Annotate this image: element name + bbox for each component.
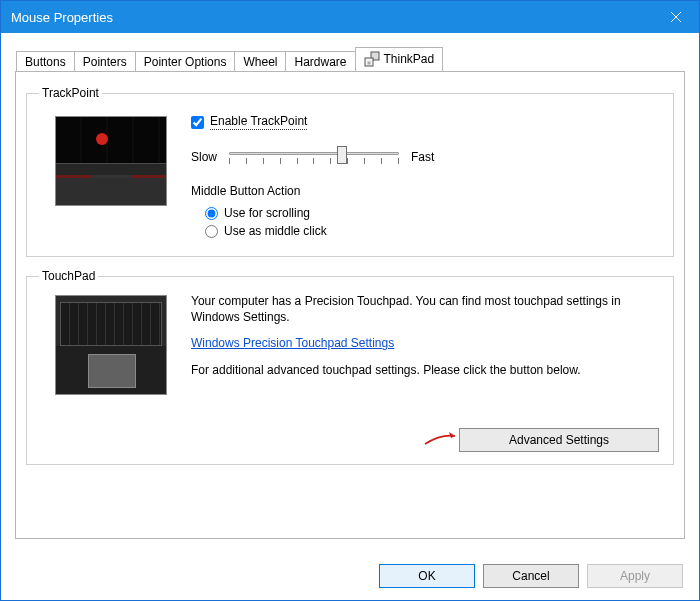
advanced-settings-button[interactable]: Advanced Settings bbox=[459, 428, 659, 452]
svg-rect-4 bbox=[367, 62, 370, 65]
close-button[interactable] bbox=[653, 1, 699, 33]
group-trackpoint-legend: TrackPoint bbox=[39, 86, 102, 100]
group-touchpad: TouchPad Your computer has a Precision T… bbox=[26, 269, 674, 465]
radio-use-for-scrolling-label: Use for scrolling bbox=[224, 206, 310, 220]
tab-panel-thinkpad: TrackPoint Enable TrackPoint bbox=[15, 71, 685, 539]
slider-slow-label: Slow bbox=[191, 150, 217, 164]
enable-trackpoint-label: Enable TrackPoint bbox=[210, 114, 307, 130]
thinkpad-icon bbox=[364, 51, 380, 67]
touchpad-description: Your computer has a Precision Touchpad. … bbox=[191, 293, 653, 325]
radio-use-for-scrolling[interactable] bbox=[205, 207, 218, 220]
tab-buttons[interactable]: Buttons bbox=[16, 51, 75, 72]
cancel-button[interactable]: Cancel bbox=[483, 564, 579, 588]
enable-trackpoint-checkbox[interactable] bbox=[191, 116, 204, 129]
slider-fast-label: Fast bbox=[411, 150, 434, 164]
tabstrip: Buttons Pointers Pointer Options Wheel H… bbox=[16, 47, 685, 71]
window-title: Mouse Properties bbox=[11, 10, 653, 25]
precision-touchpad-link[interactable]: Windows Precision Touchpad Settings bbox=[191, 336, 394, 350]
annotation-arrow-icon bbox=[423, 428, 463, 446]
trackpoint-dot-icon bbox=[96, 133, 108, 145]
client-area: Buttons Pointers Pointer Options Wheel H… bbox=[1, 33, 699, 600]
tab-pointer-options[interactable]: Pointer Options bbox=[135, 51, 236, 72]
group-touchpad-legend: TouchPad bbox=[39, 269, 98, 283]
apply-button[interactable]: Apply bbox=[587, 564, 683, 588]
touchpad-thumbnail bbox=[55, 295, 167, 395]
tab-pointers[interactable]: Pointers bbox=[74, 51, 136, 72]
tab-hardware[interactable]: Hardware bbox=[285, 51, 355, 72]
trackpoint-thumbnail bbox=[55, 116, 167, 206]
group-trackpoint: TrackPoint Enable TrackPoint bbox=[26, 86, 674, 257]
tab-wheel[interactable]: Wheel bbox=[234, 51, 286, 72]
slider-thumb[interactable] bbox=[337, 146, 347, 164]
middle-button-label: Middle Button Action bbox=[191, 184, 661, 198]
trackpoint-speed-slider[interactable] bbox=[229, 144, 399, 170]
mouse-properties-window: Mouse Properties Buttons Pointers Pointe… bbox=[0, 0, 700, 601]
titlebar: Mouse Properties bbox=[1, 1, 699, 33]
close-icon bbox=[670, 11, 682, 23]
tab-thinkpad[interactable]: ThinkPad bbox=[355, 47, 444, 71]
touchpad-advanced-text: For additional advanced touchpad setting… bbox=[191, 362, 653, 378]
radio-use-as-middle-click[interactable] bbox=[205, 225, 218, 238]
ok-button[interactable]: OK bbox=[379, 564, 475, 588]
radio-use-as-middle-click-label: Use as middle click bbox=[224, 224, 327, 238]
dialog-buttons: OK Cancel Apply bbox=[379, 564, 683, 588]
